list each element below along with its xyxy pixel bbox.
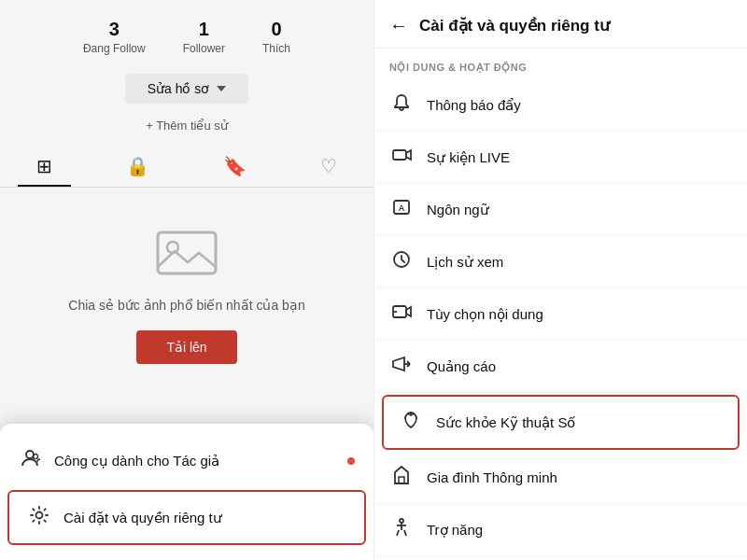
svg-text:A: A [399, 203, 405, 213]
image-placeholder-icon [154, 225, 219, 281]
svg-rect-17 [399, 477, 404, 483]
add-bio[interactable]: + Thêm tiểu sử [0, 113, 374, 138]
history-icon [389, 249, 414, 274]
live-icon [389, 145, 414, 170]
svg-rect-5 [393, 150, 406, 160]
svg-point-18 [400, 519, 403, 523]
edit-profile-row: Sửa hồ sơ [0, 64, 374, 113]
left-panel: 3 Đang Follow 1 Follower 0 Thích Sửa hồ … [0, 0, 374, 560]
stat-likes: 0 Thích [262, 19, 290, 55]
svg-point-2 [26, 451, 34, 458]
ads-icon [389, 354, 414, 379]
stat-following: 3 Đang Follow [83, 19, 146, 55]
right-header: ← Cài đặt và quyền riêng tư [374, 0, 747, 49]
family-label: Gia đình Thông minh [427, 469, 557, 485]
followers-label: Follower [183, 42, 225, 55]
sheet-item-settings[interactable]: Cài đặt và quyền riêng tư [7, 490, 366, 545]
menu-item-live[interactable]: Sự kiện LIVE [374, 132, 747, 184]
right-panel: ← Cài đặt và quyền riêng tư NỘI DUNG & H… [374, 0, 747, 560]
stat-followers: 1 Follower [183, 19, 225, 55]
empty-text: Chia sẻ bức ảnh phổ biến nhất của bạn [68, 296, 304, 315]
accessibility-icon [389, 517, 414, 542]
menu-item-accessibility[interactable]: Trợ năng [374, 504, 747, 556]
family-icon [389, 465, 414, 490]
followers-count: 1 [199, 19, 209, 40]
menu-item-ads[interactable]: Quảng cáo [374, 341, 747, 393]
empty-content: Chia sẻ bức ảnh phổ biến nhất của bạn Tả… [0, 188, 374, 383]
tab-bar: ⊞ 🔒 🔖 ♡ [0, 138, 374, 188]
settings-label: Cài đặt và quyền riêng tư [63, 510, 222, 526]
bottom-sheet: Công cụ dành cho Tác giả Cài đặt và quyề… [0, 424, 374, 560]
author-tools-label: Công cụ dành cho Tác giả [54, 453, 219, 469]
content-pref-label: Tùy chọn nội dung [427, 306, 543, 323]
likes-count: 0 [271, 19, 281, 40]
accessibility-label: Trợ năng [427, 522, 483, 539]
live-label: Sự kiện LIVE [427, 149, 510, 166]
digital-health-icon [399, 410, 423, 435]
settings-icon [28, 505, 50, 530]
back-arrow-icon[interactable]: ← [389, 15, 408, 36]
tab-grid[interactable]: ⊞ [18, 147, 71, 187]
menu-item-history[interactable]: Lịch sử xem [374, 236, 747, 288]
edit-profile-label: Sửa hồ sơ [148, 81, 210, 96]
svg-rect-0 [158, 232, 216, 273]
notifications-label: Thông báo đẩy [427, 97, 521, 114]
menu-item-family[interactable]: Gia đình Thông minh [374, 452, 747, 504]
language-icon: A [389, 197, 414, 222]
chevron-down-icon [217, 86, 226, 91]
menu-item-digital-health[interactable]: Sức khỏe Kỹ thuật Số [382, 395, 740, 450]
notification-dot [347, 457, 355, 465]
section-label: NỘI DUNG & HOẠT ĐỘNG [374, 49, 747, 79]
following-label: Đang Follow [83, 42, 146, 55]
sheet-item-author-tools[interactable]: Công cụ dành cho Tác giả [0, 435, 374, 486]
upload-button[interactable]: Tải lên [136, 330, 236, 364]
tab-lock[interactable]: 🔒 [107, 147, 168, 187]
author-tools-icon [19, 448, 41, 473]
right-panel-title: Cài đặt và quyền riêng tư [419, 16, 610, 35]
svg-marker-11 [393, 357, 404, 371]
menu-item-notifications[interactable]: Thông báo đẩy [374, 79, 747, 132]
svg-point-4 [36, 512, 43, 519]
history-label: Lịch sử xem [427, 254, 503, 271]
likes-label: Thích [262, 42, 290, 55]
profile-stats: 3 Đang Follow 1 Follower 0 Thích [0, 0, 374, 64]
following-count: 3 [109, 19, 120, 40]
notifications-icon [389, 92, 414, 118]
menu-item-language[interactable]: A Ngôn ngữ [374, 184, 747, 236]
edit-profile-button[interactable]: Sửa hồ sơ [125, 74, 249, 104]
svg-point-3 [34, 455, 38, 459]
content-pref-icon [389, 301, 414, 327]
ads-label: Quảng cáo [427, 358, 496, 375]
tab-tag[interactable]: 🔖 [204, 147, 265, 187]
language-label: Ngôn ngữ [427, 202, 489, 218]
digital-health-label: Sức khỏe Kỹ thuật Số [436, 414, 575, 431]
menu-item-content-pref[interactable]: Tùy chọn nội dung [374, 288, 747, 341]
tab-heart[interactable]: ♡ [302, 147, 356, 187]
